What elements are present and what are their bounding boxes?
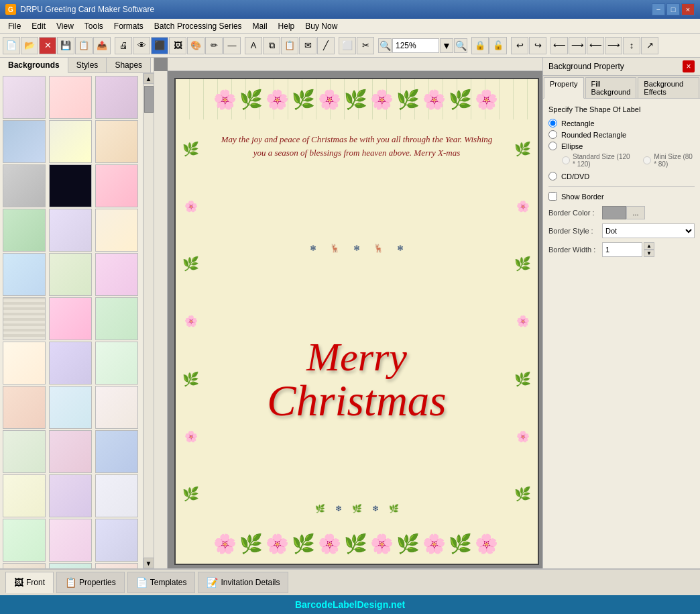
scroll-up-button[interactable]: ▲: [143, 73, 154, 84]
rectangle-radio[interactable]: [548, 119, 557, 127]
bg-thumb-32[interactable]: [49, 519, 92, 562]
close-doc-button[interactable]: ✕: [39, 37, 56, 54]
rounded-rectangle-radio[interactable]: [548, 130, 557, 139]
bg-thumb-14[interactable]: [49, 253, 92, 296]
menu-mail[interactable]: Mail: [247, 20, 273, 32]
bottom-tab-properties[interactable]: 📋 Properties: [56, 572, 125, 593]
bg-thumb-21[interactable]: [95, 342, 138, 385]
paste-tool[interactable]: 📋: [281, 37, 298, 54]
bg-thumb-4[interactable]: [3, 120, 46, 163]
rotate-button[interactable]: ↗: [641, 37, 658, 54]
redo-button[interactable]: ↪: [529, 37, 546, 54]
standard-size-radio[interactable]: [562, 156, 570, 164]
bg-thumb-35[interactable]: [49, 563, 92, 568]
unlock-button[interactable]: 🔓: [489, 37, 507, 54]
border-width-up-button[interactable]: ▲: [644, 242, 654, 250]
print-preview-button[interactable]: 👁: [133, 37, 150, 54]
menu-formats[interactable]: Formats: [109, 20, 149, 32]
menu-help[interactable]: Help: [273, 20, 300, 32]
left-panel-scrollbar[interactable]: ▲ ▼: [143, 73, 154, 568]
menu-file[interactable]: File: [3, 20, 26, 32]
bg-thumb-28[interactable]: [3, 474, 46, 517]
color-picker[interactable]: 🎨: [187, 37, 205, 54]
minimize-button[interactable]: −: [652, 3, 665, 15]
pencil-tool[interactable]: ✏: [205, 37, 223, 54]
export-button[interactable]: 📤: [93, 37, 111, 54]
border-width-down-button[interactable]: ▼: [644, 250, 654, 257]
bg-thumb-18[interactable]: [95, 297, 138, 340]
show-border-checkbox[interactable]: [548, 192, 557, 201]
bg-thumb-8[interactable]: [49, 164, 92, 207]
crop-tool[interactable]: ✂: [357, 37, 374, 54]
mini-size-radio[interactable]: [643, 156, 651, 164]
bg-thumb-11[interactable]: [49, 209, 92, 252]
bg-thumb-5[interactable]: [49, 120, 92, 163]
selected-tool[interactable]: ⬛: [151, 37, 168, 54]
tab-styles[interactable]: Styles: [68, 58, 107, 72]
zoom-in-button[interactable]: 🔍: [378, 38, 392, 53]
text-tool[interactable]: A: [245, 37, 262, 54]
tab-background-effects[interactable]: Background Effects: [638, 77, 699, 99]
bg-thumb-16[interactable]: [3, 297, 46, 340]
bg-thumb-9[interactable]: [95, 164, 138, 207]
new-button[interactable]: 📄: [3, 37, 20, 54]
bg-thumb-30[interactable]: [95, 474, 138, 517]
copy-tool[interactable]: ⧉: [263, 37, 280, 54]
property-panel-close-button[interactable]: ×: [683, 60, 695, 72]
menu-tools[interactable]: Tools: [79, 20, 109, 32]
open-button[interactable]: 📂: [21, 37, 38, 54]
bg-thumb-6[interactable]: [95, 120, 138, 163]
zoom-dropdown-button[interactable]: ▼: [440, 38, 453, 53]
bg-thumb-31[interactable]: [3, 519, 46, 562]
border-color-picker-button[interactable]: ...: [626, 206, 645, 219]
flip-button[interactable]: ↕: [623, 37, 640, 54]
line2-tool[interactable]: ╱: [317, 37, 335, 54]
bg-thumb-27[interactable]: [95, 430, 138, 473]
tab-shapes[interactable]: Shapes: [107, 58, 151, 72]
menu-edit[interactable]: Edit: [26, 20, 51, 32]
greeting-card[interactable]: 🌸🌿🌸🌿🌸🌿🌸🌿🌸🌿🌸 🌸🌿🌸🌿🌸🌿🌸🌿🌸🌿🌸 🌿 🌸 🌿 🌸 🌿 🌸 🌿: [174, 78, 539, 565]
border-width-input[interactable]: [602, 242, 642, 257]
bg-thumb-34[interactable]: [3, 563, 46, 568]
tab-property[interactable]: Property: [544, 77, 584, 99]
bg-thumb-29[interactable]: [49, 474, 92, 517]
border-color-swatch[interactable]: [602, 206, 626, 219]
bg-thumb-15[interactable]: [95, 253, 138, 296]
bg-thumb-36[interactable]: [95, 563, 138, 568]
menu-view[interactable]: View: [51, 20, 79, 32]
zoom-out-button[interactable]: 🔍: [454, 38, 467, 53]
bg-thumb-10[interactable]: [3, 209, 46, 252]
close-button[interactable]: ×: [681, 3, 695, 15]
undo-button[interactable]: ↩: [511, 37, 528, 54]
image-tool[interactable]: 🖼: [169, 37, 186, 54]
menu-batch[interactable]: Batch Processing Series: [149, 20, 247, 32]
bottom-tab-templates[interactable]: 📄 Templates: [127, 572, 196, 593]
scroll-thumb[interactable]: [144, 86, 154, 113]
save-button[interactable]: 💾: [57, 37, 74, 54]
ellipse-radio[interactable]: [548, 142, 557, 150]
line-tool[interactable]: —: [223, 37, 241, 54]
bg-thumb-25[interactable]: [3, 430, 46, 473]
bottom-tab-invitation[interactable]: 📝 Invitation Details: [198, 572, 288, 593]
cddvd-radio[interactable]: [548, 172, 557, 181]
bg-thumb-24[interactable]: [95, 386, 138, 429]
bg-thumb-3[interactable]: [95, 76, 138, 119]
bg-thumb-20[interactable]: [49, 342, 92, 385]
align-right-button[interactable]: ⟶: [569, 37, 586, 54]
bg-thumb-23[interactable]: [49, 386, 92, 429]
bg-thumb-33[interactable]: [95, 519, 138, 562]
bg-thumb-12[interactable]: [95, 209, 138, 252]
maximize-button[interactable]: □: [666, 3, 680, 15]
scroll-down-button[interactable]: ▼: [143, 558, 154, 568]
bg-thumb-13[interactable]: [3, 253, 46, 296]
zoom-display[interactable]: 125%: [392, 38, 439, 53]
move-up-button[interactable]: ⟵: [587, 37, 604, 54]
bg-thumb-19[interactable]: [3, 342, 46, 385]
menu-buynow[interactable]: Buy Now: [300, 20, 343, 32]
bg-thumb-17[interactable]: [49, 297, 92, 340]
bg-thumb-7[interactable]: [3, 164, 46, 207]
bg-thumb-26[interactable]: [49, 430, 92, 473]
barcode-tool[interactable]: ⬜: [339, 37, 356, 54]
mail-tool[interactable]: ✉: [299, 37, 316, 54]
move-down-button[interactable]: ⟶: [605, 37, 622, 54]
